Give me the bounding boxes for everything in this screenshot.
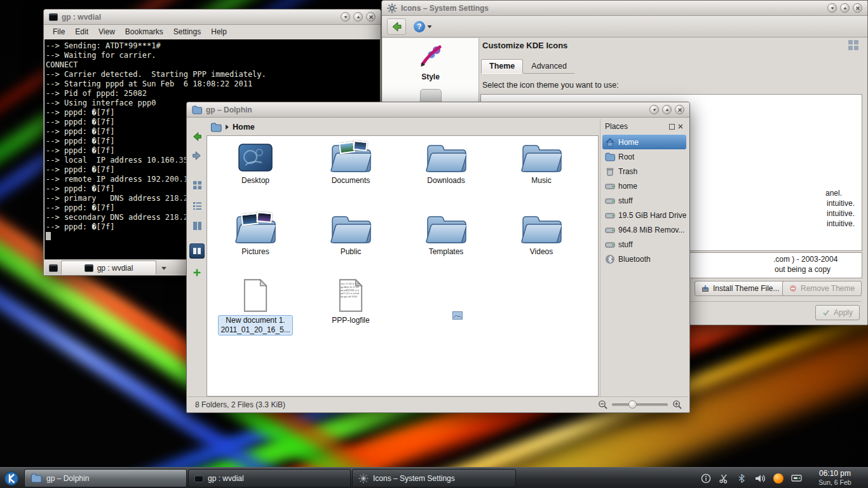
places-title: Places — [605, 122, 628, 131]
places-label: 19.5 GiB Hard Drive — [618, 211, 686, 220]
places-item-stuff2[interactable]: stuff — [602, 237, 686, 252]
folder-pictures[interactable]: Pictures — [211, 212, 300, 256]
update-notifier-icon[interactable] — [773, 473, 783, 484]
split-view-button[interactable] — [189, 243, 205, 259]
menu-view[interactable]: View — [93, 26, 120, 37]
theme-list-text-fragment: intuitive. — [827, 209, 855, 218]
details-view-button[interactable] — [189, 198, 205, 213]
help-button[interactable]: ? — [414, 21, 432, 32]
add-button[interactable] — [189, 265, 205, 280]
folder-icon — [521, 212, 562, 245]
places-item-bluetooth[interactable]: Bluetooth — [602, 252, 686, 266]
places-label: stuff — [618, 196, 632, 205]
maximize-button[interactable] — [353, 12, 363, 22]
home-icon — [605, 137, 615, 147]
new-tab-button[interactable] — [46, 261, 61, 274]
menu-settings[interactable]: Settings — [168, 26, 206, 37]
columns-view-icon — [193, 221, 202, 231]
menu-help[interactable]: Help — [206, 26, 232, 37]
back-button[interactable] — [189, 129, 205, 144]
tab-list-button[interactable] — [156, 261, 172, 274]
folder-icon — [330, 212, 371, 245]
dolphin-titlebar[interactable]: gp – Dolphin — [187, 102, 689, 118]
settings-title: Icons – System Settings — [401, 4, 489, 13]
install-theme-label: Install Theme File... — [713, 284, 779, 293]
selected-file-label: New document 1. 2011_01_20_16_5... — [218, 315, 292, 336]
back-button[interactable] — [387, 18, 406, 35]
close-button[interactable] — [366, 12, 376, 22]
places-item-hard-drive[interactable]: 19.5 GiB Hard Drive — [602, 208, 686, 222]
settings-tabs: Theme Advanced — [481, 59, 575, 74]
forward-button[interactable] — [189, 148, 205, 163]
places-item-stuff[interactable]: stuff — [602, 193, 686, 208]
menu-file[interactable]: File — [48, 26, 70, 37]
apply-button[interactable]: Apply — [815, 305, 860, 320]
minimize-button[interactable] — [341, 12, 350, 22]
sidebar-item-style[interactable]: Style — [383, 43, 478, 81]
columns-view-button[interactable] — [189, 218, 205, 233]
zoom-in-icon[interactable] — [672, 400, 682, 409]
zoom-slider-handle[interactable] — [628, 400, 637, 409]
folder-label: Pictures — [211, 247, 300, 256]
status-text: 8 Folders, 2 Files (3.3 KiB) — [195, 400, 285, 409]
taskbar-task-dolphin[interactable]: gp – Dolphin — [24, 469, 187, 487]
places-label: Trash — [618, 167, 637, 176]
folder-videos[interactable]: Videos — [497, 212, 586, 256]
terminal-titlebar[interactable]: gp : wvdial — [44, 10, 381, 25]
terminal-line: --> Waiting for carrier. — [46, 51, 379, 60]
dolphin-title: gp – Dolphin — [206, 105, 252, 114]
install-theme-button[interactable]: Install Theme File... — [695, 281, 786, 296]
taskbar-task-systemsettings[interactable]: Icons – System Settings — [352, 469, 516, 487]
breadcrumb-root-icon[interactable] — [210, 123, 222, 132]
folder-desktop[interactable]: Desktop — [211, 141, 300, 185]
task-label: Icons – System Settings — [373, 474, 455, 483]
maximize-button[interactable] — [840, 3, 850, 13]
tab-advanced[interactable]: Advanced — [523, 59, 575, 74]
folder-templates[interactable]: Templates — [402, 212, 491, 256]
maximize-button[interactable] — [662, 105, 672, 114]
theme-description-fragment: .com ) - 2003-2004 — [773, 255, 837, 264]
folder-public[interactable]: Public — [306, 212, 395, 256]
folder-music[interactable]: Music — [497, 141, 586, 185]
places-item-root[interactable]: Root — [602, 149, 686, 164]
zoom-out-icon[interactable] — [598, 400, 607, 409]
folder-label: Downloads — [402, 176, 491, 185]
close-button[interactable] — [853, 3, 862, 13]
close-button[interactable] — [675, 105, 684, 114]
folder-documents[interactable]: Documents — [306, 141, 395, 185]
menu-bookmarks[interactable]: Bookmarks — [120, 26, 168, 37]
breadcrumb-home[interactable]: Home — [233, 123, 255, 132]
device-notifier-icon[interactable] — [791, 473, 802, 483]
dolphin-file-view[interactable]: Desktop Documents Downloads Music — [207, 135, 599, 396]
places-item-removable[interactable]: 964.8 MiB Remov... — [602, 222, 686, 237]
icon-view-grid-button[interactable] — [848, 40, 858, 50]
minimize-button[interactable] — [649, 105, 659, 114]
places-item-home-device[interactable]: home — [602, 179, 686, 193]
places-item-trash[interactable]: Trash — [602, 164, 686, 179]
file-new-document[interactable]: New document 1. 2011_01_20_16_5... — [211, 278, 300, 336]
remove-theme-button[interactable]: Remove Theme — [782, 281, 862, 296]
kickoff-launcher-button[interactable] — [2, 470, 21, 487]
folder-downloads[interactable]: Downloads — [402, 141, 491, 185]
zoom-slider[interactable] — [612, 403, 668, 406]
bluetooth-tray-icon[interactable] — [736, 473, 747, 484]
float-panel-button[interactable] — [667, 123, 676, 130]
terminal-tab[interactable]: gp : wvdial — [61, 261, 156, 274]
places-item-home[interactable]: Home — [602, 135, 686, 149]
notifications-icon[interactable] — [701, 473, 711, 484]
tab-theme[interactable]: Theme — [481, 59, 523, 74]
settings-titlebar[interactable]: Icons – System Settings — [382, 1, 867, 16]
klipper-scissors-icon[interactable] — [719, 473, 729, 484]
taskbar-task-wvdial[interactable]: gp : wvdial — [188, 469, 351, 487]
close-panel-button[interactable] — [676, 123, 685, 130]
icons-view-button[interactable] — [189, 177, 205, 193]
task-label: gp : wvdial — [208, 474, 244, 483]
clock[interactable]: 06:10 pm Sun, 6 Feb — [807, 469, 863, 486]
volume-icon[interactable] — [754, 473, 766, 484]
menu-edit[interactable]: Edit — [70, 26, 93, 37]
file-ppp-logfile[interactable]: Jan 17 09:4 7:18 gp-Asp ire-5738 pp pd[1… — [306, 278, 395, 325]
theme-list-text-fragment: intuitive. — [827, 219, 855, 228]
chevron-down-icon — [161, 266, 167, 271]
sidebar-item-label: Style — [383, 72, 478, 81]
minimize-button[interactable] — [827, 3, 837, 13]
